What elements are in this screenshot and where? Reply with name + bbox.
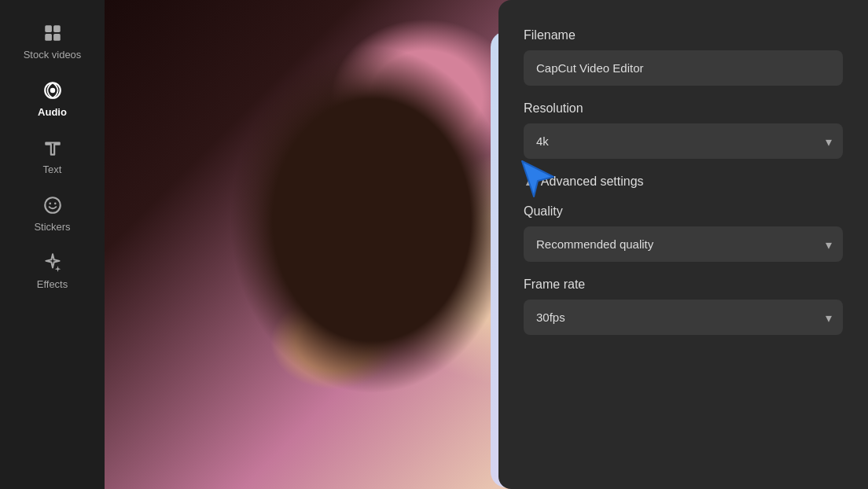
app-container: Stock videos Audio Text	[0, 0, 868, 489]
advanced-chevron-icon: ▲	[524, 175, 535, 188]
sidebar: Stock videos Audio Text	[0, 0, 105, 489]
advanced-settings-label: Advanced settings	[541, 175, 644, 189]
sidebar-item-text[interactable]: Text	[0, 127, 105, 185]
sidebar-item-label: Text	[43, 164, 62, 175]
settings-panel: Filename Resolution 720p 1080p 2k 4k ▾	[498, 0, 868, 489]
filename-label: Filename	[524, 28, 843, 42]
effects-icon	[42, 252, 64, 274]
sidebar-item-stock-videos[interactable]: Stock videos	[0, 13, 105, 70]
svg-rect-0	[45, 25, 52, 32]
svg-rect-2	[45, 34, 52, 41]
quality-group: Quality Low quality Medium quality Recom…	[524, 204, 843, 262]
framerate-select-wrapper: 24fps 25fps 30fps 50fps 60fps ▾	[524, 300, 843, 335]
sidebar-item-label: Stickers	[34, 221, 70, 233]
quality-label: Quality	[524, 204, 843, 219]
sidebar-item-effects[interactable]: Effects	[0, 242, 105, 300]
framerate-group: Frame rate 24fps 25fps 30fps 50fps 60fps…	[524, 278, 843, 335]
audio-icon	[42, 79, 64, 101]
resolution-select[interactable]: 720p 1080p 2k 4k	[524, 123, 843, 159]
sidebar-item-stickers[interactable]: Stickers	[0, 185, 105, 242]
resolution-select-wrapper: 720p 1080p 2k 4k ▾	[524, 123, 843, 159]
svg-point-8	[53, 203, 56, 205]
sidebar-item-label: Audio	[38, 106, 67, 118]
quality-select-wrapper: Low quality Medium quality Recommended q…	[524, 226, 843, 262]
svg-point-7	[49, 203, 51, 205]
svg-rect-1	[53, 25, 61, 32]
grid-icon	[42, 22, 64, 44]
framerate-label: Frame rate	[524, 278, 843, 292]
resolution-label: Resolution	[524, 101, 843, 116]
text-icon	[42, 137, 64, 159]
sidebar-item-audio[interactable]: Audio	[0, 70, 105, 127]
advanced-settings-toggle[interactable]: ▲ Advanced settings	[524, 175, 843, 189]
video-area: Filename Resolution 720p 1080p 2k 4k ▾	[105, 0, 868, 489]
quality-select[interactable]: Low quality Medium quality Recommended q…	[524, 226, 843, 262]
filename-group: Filename	[524, 28, 843, 86]
resolution-group: Resolution 720p 1080p 2k 4k ▾	[524, 101, 843, 159]
svg-point-5	[50, 88, 55, 94]
filename-input[interactable]	[524, 50, 843, 86]
svg-rect-3	[53, 34, 61, 41]
sidebar-item-label: Effects	[37, 278, 68, 290]
svg-point-6	[45, 197, 61, 213]
framerate-select[interactable]: 24fps 25fps 30fps 50fps 60fps	[524, 300, 843, 335]
sidebar-item-label: Stock videos	[24, 49, 82, 61]
stickers-icon	[42, 194, 64, 216]
